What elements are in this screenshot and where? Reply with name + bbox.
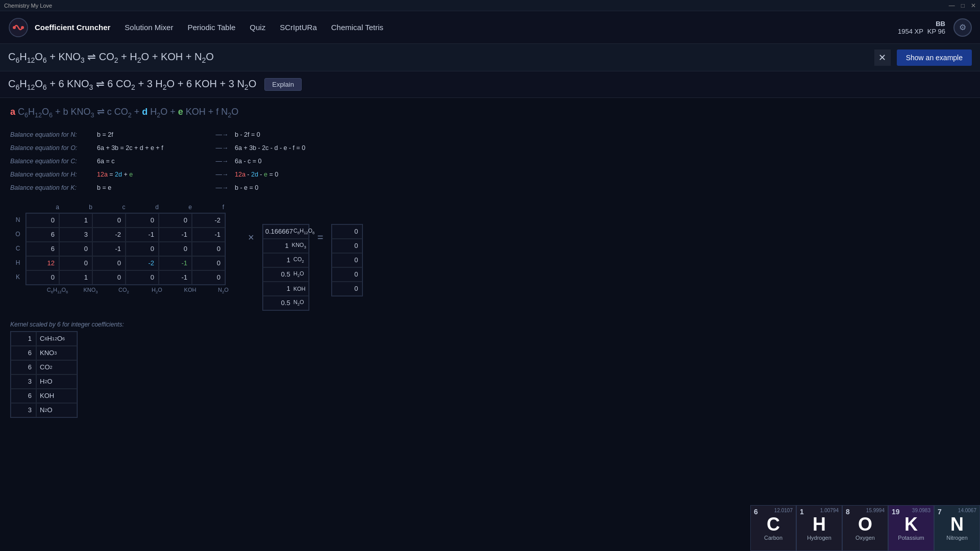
col-header-d: d	[140, 204, 174, 213]
xp-value: 1954 XP	[898, 28, 923, 35]
cell-c-d: 0	[126, 242, 159, 256]
cell-n-a: 0	[26, 213, 59, 228]
multiply-sign: ×	[244, 232, 258, 243]
cell-n-b: 1	[59, 213, 92, 228]
vector-cell-4: 1 KOH	[263, 282, 309, 296]
kernel-row-2: 6 CO2	[11, 360, 77, 374]
cell-o-b: 3	[59, 228, 92, 242]
nav-coefficient-cruncher[interactable]: Coefficient Cruncher	[35, 23, 110, 32]
matrix-row-k: 0 1 0 0 -1 0	[26, 270, 225, 285]
kernel-label-4: KOH	[36, 389, 77, 403]
nav-bar: Coefficient Cruncher Solution Mixer Peri…	[0, 11, 980, 44]
balance-label-o: Balance equation for O:	[10, 144, 97, 152]
equation-bar: C6H12O6 + KNO3 ⇌ CO2 + H2O + KOH + N2O ✕…	[0, 44, 980, 71]
result-cell-2: 0	[332, 253, 362, 267]
oxygen-name: Oxygen	[855, 535, 875, 541]
col-header-c: c	[107, 204, 140, 213]
cell-o-d: -1	[126, 228, 159, 242]
vector-grid: 0.166667 C6H12O6 1 KNO3 1 CO2 0.5 H2O 1	[262, 224, 309, 311]
nav-scriptura[interactable]: SCrIptURa	[280, 23, 317, 32]
vector-cell-2: 1 CO2	[263, 253, 309, 267]
matrix-row-h: 12 0 0 -2 -1 0	[26, 256, 225, 270]
balance-row-n: Balance equation for N: b = 2f —→ b - 2f…	[10, 128, 970, 141]
sub-header-c: CO2	[107, 285, 140, 294]
nav-periodic-table[interactable]: Periodic Table	[187, 23, 235, 32]
kernel-row-4: 6 KOH	[11, 389, 77, 403]
col-header-a: a	[41, 204, 74, 213]
vector-cell-5: 0.5 N2O	[263, 296, 309, 310]
carbon-name: Carbon	[764, 535, 782, 541]
col-header-e: e	[174, 204, 207, 213]
oxygen-number: 8	[846, 508, 850, 516]
nitrogen-name: Nitrogen	[946, 535, 968, 541]
element-carbon: 6 12.0107 C Carbon	[750, 505, 796, 551]
vector-cell-3: 0.5 H2O	[263, 267, 309, 282]
cell-n-e: 0	[159, 213, 192, 228]
oxygen-mass: 15.9994	[866, 508, 885, 513]
settings-button[interactable]: ⚙	[953, 18, 972, 37]
result-cell-4: 0	[332, 282, 362, 296]
vector-cell-1: 1 KNO3	[263, 239, 309, 253]
window-controls[interactable]: — □ ✕	[949, 2, 976, 9]
balance-row-k: Balance equation for K: b = e —→ b - e =…	[10, 181, 970, 194]
matrix-grid: 0 1 0 0 0 -2 6 3 -2 -1 -1 -1	[26, 213, 226, 285]
cell-n-f: -2	[192, 213, 225, 228]
kernel-label-2: CO2	[36, 360, 77, 374]
title-bar: Chemistry My Love — □ ✕	[0, 0, 980, 11]
explain-button[interactable]: Explain	[264, 78, 302, 91]
matrix-row-labels: N O C H K	[10, 213, 26, 285]
element-hydrogen: 1 1.00794 H Hydrogen	[796, 505, 842, 551]
row-label-h: H	[10, 256, 26, 270]
result-vector: 0 0 0 0 0	[331, 204, 363, 296]
close-btn[interactable]: ✕	[971, 2, 976, 9]
row-label-c: C	[10, 241, 26, 256]
kernel-label-1: KNO3	[36, 346, 77, 360]
cell-k-c: 0	[92, 270, 126, 285]
balanced-equation-text: C6H12O6 + 6 KNO3 ⇌ 6 CO2 + 3 H2O + 6 KOH…	[8, 78, 256, 91]
svg-point-2	[21, 26, 24, 29]
var-e: e	[178, 107, 183, 117]
element-tiles: 6 12.0107 C Carbon 1 1.00794 H Hydrogen …	[750, 505, 980, 551]
balance-label-n: Balance equation for N:	[10, 131, 97, 138]
nav-chemical-tetris[interactable]: Chemical Tetris	[331, 23, 383, 32]
kernel-grid: 1 C6H12O6 6 KNO3 6 CO2 3 H2O 6 KOH 3 N2O	[10, 331, 78, 418]
equation-close-button[interactable]: ✕	[874, 49, 891, 66]
kernel-row-3: 3 H2O	[11, 374, 77, 389]
balance-eq-right-c: 6a - c = 0	[235, 158, 261, 165]
cell-n-c: 0	[92, 213, 126, 228]
oxygen-symbol: O	[858, 515, 872, 534]
balance-eq-left-k: b = e	[97, 184, 209, 191]
kernel-num-5: 3	[11, 403, 36, 417]
main-content: a C6H12O6 + b KNO3 ⇌ c CO2 + d H2O + e K…	[0, 98, 980, 551]
maximize-btn[interactable]: □	[961, 2, 965, 9]
kernel-section: Kernel scaled by 6 for integer coefficie…	[10, 321, 970, 418]
cell-h-f: 0	[192, 256, 225, 270]
equals-sign: =	[313, 232, 328, 243]
nav-quiz[interactable]: Quiz	[250, 23, 265, 32]
variable-equation: a C6H12O6 + b KNO3 ⇌ c CO2 + d H2O + e K…	[10, 106, 970, 119]
cell-c-a: 6	[26, 242, 59, 256]
sub-header-a: C6H12O6	[41, 285, 74, 294]
matrix-row-n: 0 1 0 0 0 -2	[26, 213, 225, 228]
svg-point-1	[13, 26, 16, 29]
vector-cell-0: 0.166667 C6H12O6	[263, 224, 309, 239]
show-example-button[interactable]: Show an example	[897, 49, 972, 66]
matrix-sub-headers: C6H12O6 KNO3 CO2 H2O KOH N2O	[26, 285, 240, 294]
sub-header-b: KNO3	[74, 285, 107, 294]
balance-row-o: Balance equation for O: 6a + 3b = 2c + d…	[10, 141, 970, 155]
kernel-num-4: 6	[11, 389, 36, 403]
balance-eq-right-h: 12a - 2d - e = 0	[235, 171, 278, 178]
var-d: d	[142, 107, 148, 117]
kp-value: KP 96	[927, 28, 945, 35]
nav-solution-mixer[interactable]: Solution Mixer	[125, 23, 173, 32]
balance-eq-left-h: 12a = 2d + e	[97, 171, 209, 178]
balance-eq-right-k: b - e = 0	[235, 184, 258, 191]
carbon-symbol: C	[767, 515, 780, 534]
cell-o-f: -1	[192, 228, 225, 242]
cell-k-e: -1	[159, 270, 192, 285]
result-cell-0: 0	[332, 224, 362, 239]
col-header-f: f	[207, 204, 240, 213]
balance-label-c: Balance equation for C:	[10, 158, 97, 165]
cell-n-d: 0	[126, 213, 159, 228]
minimize-btn[interactable]: —	[949, 2, 955, 9]
